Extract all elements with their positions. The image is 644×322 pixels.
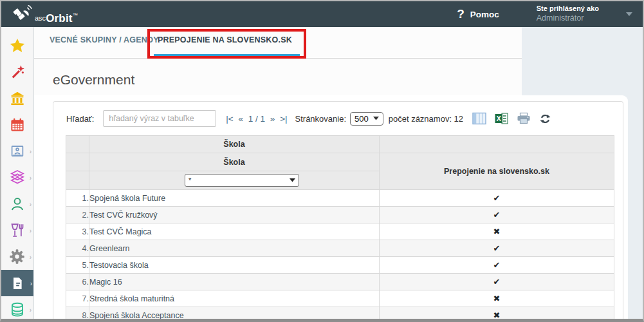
search-label: Hľadať: xyxy=(66,114,94,124)
sidebar-item-person[interactable]: › xyxy=(1,191,33,217)
sidebar-item-layers[interactable]: › xyxy=(1,164,33,191)
table-row: 8. Spojená škola Acceptance ✖ xyxy=(66,307,614,322)
sidebar-item-institution[interactable] xyxy=(1,85,33,111)
select-arrow-icon xyxy=(290,178,295,182)
person-icon xyxy=(9,196,26,213)
magic-wand-icon xyxy=(10,64,25,80)
page-title: eGovernment xyxy=(53,72,134,88)
check-icon: ✔ xyxy=(493,260,501,270)
content-panel: Hľadať: |< « 1 / 1 » >| Stránkovanie: 50… xyxy=(53,101,623,322)
sidebar-item-calendar[interactable] xyxy=(1,111,33,138)
svg-text:X: X xyxy=(497,115,501,122)
table-row: 5. Testovacia škola ✔ xyxy=(66,257,614,274)
user-menu[interactable]: Ste prihlásený ako Administrátor xyxy=(537,5,599,23)
chevron-right-icon: › xyxy=(30,200,32,207)
bank-icon xyxy=(9,91,26,106)
chevron-right-icon: › xyxy=(30,279,32,287)
presentation-icon xyxy=(9,144,26,159)
signed-in-label: Ste prihlásený ako xyxy=(537,5,599,14)
table-row: 4. Greenlearn ✔ xyxy=(66,240,614,257)
pager-page-indicator: 1 / 1 xyxy=(247,114,266,124)
paging-label: Stránkovanie: xyxy=(295,114,347,124)
database-icon xyxy=(9,301,26,318)
search-input[interactable] xyxy=(103,110,216,127)
calendar-icon xyxy=(10,117,25,133)
toolbar-icons: X xyxy=(472,112,551,125)
pager-prev-button[interactable]: « xyxy=(237,114,245,124)
sidebar-item-presentation[interactable]: › xyxy=(1,138,33,164)
refresh-icon[interactable] xyxy=(539,113,551,125)
record-count: počet záznamov: 12 xyxy=(389,114,463,124)
help-label: Pomoc xyxy=(470,10,499,19)
cross-icon: ✖ xyxy=(493,227,501,236)
logo-tm: ™ xyxy=(73,13,78,24)
filter-selected-value: * xyxy=(189,176,191,184)
table-group-header-row: Škola xyxy=(66,136,614,153)
question-mark-icon: ? xyxy=(457,7,465,21)
table-row: 2. Test CVČ kružkový ✔ xyxy=(66,207,614,223)
school-filter-select[interactable]: * xyxy=(185,174,299,187)
sidebar-item-wizard[interactable] xyxy=(1,59,33,85)
check-icon: ✔ xyxy=(493,243,501,253)
sidebar-item-canteen[interactable]: › xyxy=(1,217,33,243)
column-header-skola[interactable]: Škola xyxy=(89,153,380,171)
logo-orbit-text: Orbit xyxy=(46,13,73,24)
group-header-empty xyxy=(380,136,614,153)
schools-table: Škola Škola Prepojenie na slovensko.sk * xyxy=(66,135,614,322)
cross-icon: ✖ xyxy=(493,310,501,320)
cross-icon: ✖ xyxy=(493,294,501,303)
chevron-right-icon: › xyxy=(30,227,32,234)
chevron-right-icon: › xyxy=(30,253,32,260)
app-header: asc Orbit ™ ? Pomoc Ste prihlásený ako A… xyxy=(1,1,643,27)
star-icon xyxy=(9,37,26,54)
filter-empty-cell xyxy=(66,171,89,190)
group-header-skola: Škola xyxy=(89,136,380,153)
sidebar-item-documents-active[interactable]: › xyxy=(1,270,33,296)
chevron-right-icon: › xyxy=(30,147,32,155)
table-row: 1. Spojená škola Future ✔ xyxy=(66,190,614,207)
chevron-right-icon: › xyxy=(30,174,32,181)
chevron-right-icon: › xyxy=(30,306,32,313)
pager-first-button[interactable]: |< xyxy=(225,114,234,124)
row-number-header xyxy=(66,153,89,171)
pager-last-button[interactable]: >| xyxy=(279,114,288,124)
row-number-header xyxy=(66,136,89,153)
table-column-header-row: Škola Prepojenie na slovensko.sk xyxy=(66,153,614,171)
tab-vecne-skupiny-agendy[interactable]: VECNÉ SKUPINY / AGENDY xyxy=(50,35,159,44)
pager-next-button[interactable]: » xyxy=(269,114,277,124)
sidebar-item-database[interactable]: › xyxy=(1,296,33,322)
columns-icon[interactable] xyxy=(472,112,486,125)
sidebar-item-settings[interactable]: › xyxy=(1,243,33,270)
excel-export-icon[interactable]: X xyxy=(495,112,508,125)
layers-icon xyxy=(9,169,26,186)
check-icon: ✔ xyxy=(493,277,501,287)
select-arrow-icon xyxy=(373,117,379,120)
page-size-select[interactable]: 500 xyxy=(350,112,383,126)
sidebar: › › › xyxy=(1,27,33,319)
logo-asc-text: asc xyxy=(35,15,46,24)
user-name: Administrátor xyxy=(537,14,599,24)
asc-orbit-logo: asc Orbit ™ xyxy=(13,5,78,24)
annotation-highlight-box xyxy=(147,29,306,59)
app-window: asc Orbit ™ ? Pomoc Ste prihlásený ako A… xyxy=(0,0,644,322)
check-icon: ✔ xyxy=(493,210,501,220)
print-icon[interactable] xyxy=(517,112,531,125)
satellite-icon xyxy=(13,5,32,23)
gear-icon xyxy=(9,249,25,265)
help-button[interactable]: ? Pomoc xyxy=(457,7,499,21)
pagination: |< « 1 / 1 » >| xyxy=(225,114,288,124)
sidebar-item-star[interactable] xyxy=(1,32,33,59)
table-row: 3. Test CVČ Magica ✖ xyxy=(66,223,614,240)
main-area: VECNÉ SKUPINY / AGENDY PREPOJENIE NA SLO… xyxy=(34,27,643,319)
document-icon xyxy=(10,276,25,291)
page-size-value: 500 xyxy=(354,114,369,124)
table-toolbar: Hľadať: |< « 1 / 1 » >| Stránkovanie: 50… xyxy=(53,102,623,133)
check-icon: ✔ xyxy=(493,193,501,203)
glass-fork-icon xyxy=(9,222,26,239)
column-header-prepojenie[interactable]: Prepojenie na slovensko.sk xyxy=(380,153,614,190)
chevron-down-icon[interactable] xyxy=(626,12,632,16)
table-row: 7. Stredná škola maturitná ✖ xyxy=(66,290,614,307)
filter-cell: * xyxy=(89,171,380,190)
table-row: 6. Magic 16 ✔ xyxy=(66,274,614,290)
